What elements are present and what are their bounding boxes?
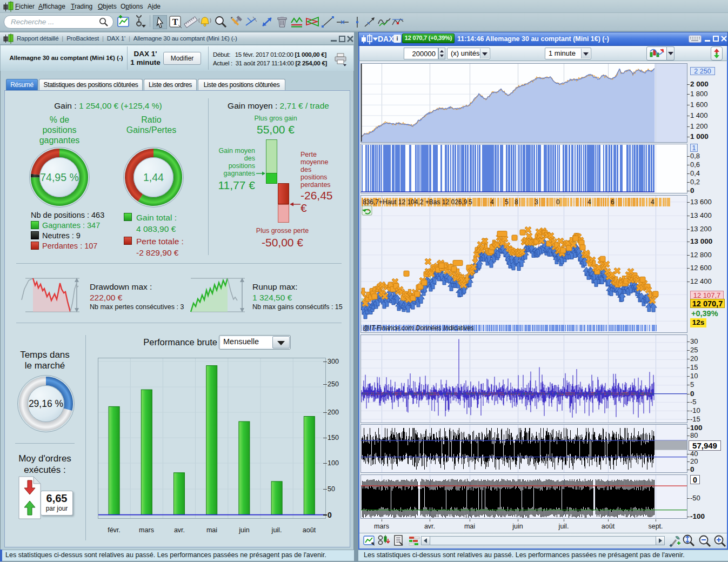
svg-text:5: 5 (469, 198, 472, 206)
svg-text:4: 4 (490, 198, 494, 206)
svg-text:T: T (172, 17, 178, 26)
svg-text:29,16 %: 29,16 % (29, 398, 63, 409)
svg-text:5: 5 (505, 198, 509, 206)
svg-text:0: 0 (556, 198, 560, 206)
svg-text:6: 6 (611, 198, 615, 206)
svg-text:8: 8 (515, 198, 518, 206)
svg-text:836,7+Haut 12 104,2 +Bas 12 02: 836,7+Haut 12 104,2 +Bas 12 026,9 (363, 198, 467, 206)
svg-text:4: 4 (587, 198, 591, 206)
svg-text:3: 3 (535, 198, 538, 206)
svg-text:74,95 %: 74,95 % (40, 171, 79, 183)
svg-text:4: 4 (651, 198, 654, 206)
svg-text:@IT-Finance.com Données Indic: @IT-Finance.com Données Indicatives (363, 324, 474, 332)
svg-text:1,44: 1,44 (143, 171, 164, 183)
